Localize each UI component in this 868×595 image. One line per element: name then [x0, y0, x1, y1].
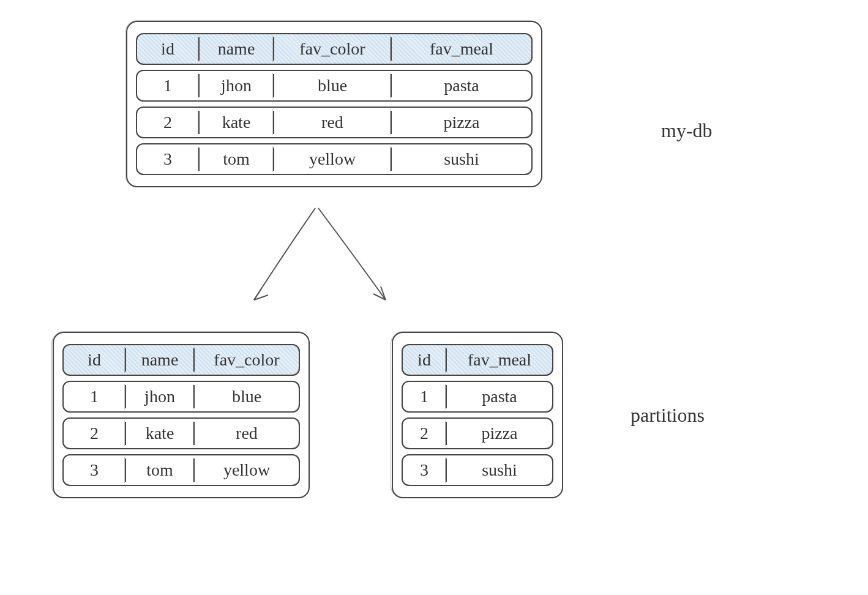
cell: sushi [447, 455, 552, 485]
header-cell: id [403, 345, 446, 375]
header-cell: name [200, 34, 273, 64]
cell: pizza [392, 108, 531, 137]
cell: yellow [195, 455, 299, 485]
partition-left-table: id name fav_color 1 jhon blue 2 kate red… [53, 332, 310, 498]
cell: blue [274, 71, 391, 100]
partitions-label: partitions [630, 404, 705, 427]
cell: 1 [64, 382, 125, 411]
cell: red [274, 108, 391, 137]
header-cell: fav_color [274, 34, 391, 64]
cell: kate [126, 419, 193, 448]
header-cell: id [64, 345, 125, 375]
cell: 2 [137, 108, 198, 137]
cell: kate [200, 108, 273, 137]
partition-header-row: id name fav_color [62, 344, 300, 376]
table-row: 1 pasta [402, 381, 553, 413]
header-cell: fav_color [195, 345, 299, 375]
cell: pasta [447, 382, 552, 411]
cell: tom [126, 455, 193, 485]
table-row: 1 jhon blue [62, 381, 300, 413]
cell: jhon [126, 382, 193, 411]
cell: 1 [137, 71, 198, 100]
table-row: 2 kate red [62, 417, 300, 449]
cell: jhon [200, 71, 273, 100]
partition-right-table: id fav_meal 1 pasta 2 pizza 3 sushi [392, 332, 563, 498]
header-cell: id [137, 34, 198, 64]
table-row: 3 tom yellow sushi [136, 143, 533, 175]
cell: red [195, 419, 299, 448]
partition-header-row: id fav_meal [402, 344, 553, 376]
table-row: 1 jhon blue pasta [136, 70, 533, 102]
header-cell: fav_meal [392, 34, 531, 64]
cell: pizza [447, 419, 552, 448]
arrow-right-icon [312, 202, 398, 312]
cell: 1 [403, 382, 446, 411]
cell: blue [195, 382, 299, 411]
table-row: 2 pizza [402, 417, 553, 449]
cell: 3 [403, 455, 446, 485]
main-db-table: id name fav_color fav_meal 1 jhon blue p… [126, 21, 542, 187]
cell: tom [200, 144, 273, 174]
cell: 3 [64, 455, 125, 485]
cell: 2 [403, 419, 446, 448]
header-cell: fav_meal [447, 345, 552, 375]
cell: 2 [64, 419, 125, 448]
header-cell: name [126, 345, 193, 375]
main-header-row: id name fav_color fav_meal [136, 33, 533, 65]
table-row: 3 tom yellow [62, 454, 300, 486]
cell: 3 [137, 144, 198, 174]
table-row: 3 sushi [402, 454, 553, 486]
table-row: 2 kate red pizza [136, 107, 533, 138]
cell: sushi [392, 144, 531, 174]
cell: yellow [274, 144, 391, 174]
db-name-label: my-db [661, 119, 713, 142]
cell: pasta [392, 71, 531, 100]
